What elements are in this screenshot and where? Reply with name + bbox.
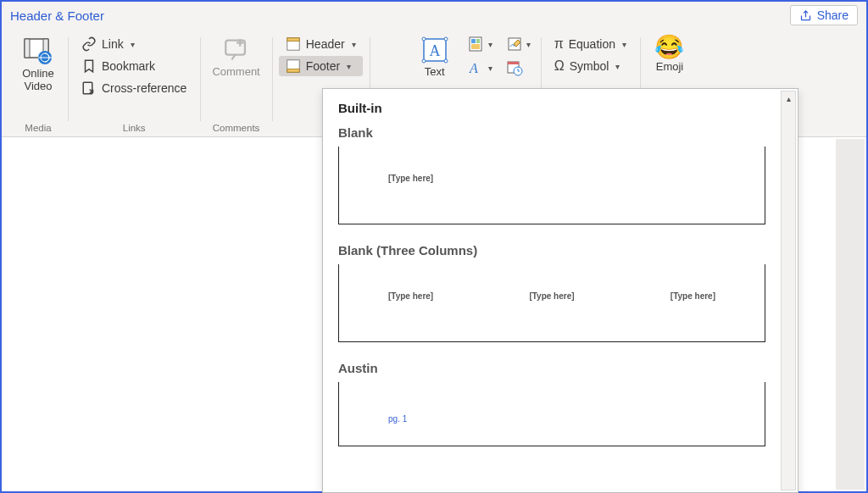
gallery-section-title: Built-in xyxy=(338,101,765,115)
gallery-item-title: Blank (Three Columns) xyxy=(338,243,765,258)
link-button[interactable]: Link ▾ xyxy=(75,34,193,54)
comment-label: Comment xyxy=(212,66,259,79)
chevron-down-icon: ▾ xyxy=(526,40,531,49)
svg-rect-10 xyxy=(287,38,299,42)
svg-point-15 xyxy=(422,37,426,41)
bookmark-icon xyxy=(81,58,97,74)
footer-icon xyxy=(286,58,301,74)
date-time-button[interactable] xyxy=(503,58,534,78)
link-icon xyxy=(81,36,97,52)
placeholder-text: [Type here] xyxy=(388,291,433,301)
header-button[interactable]: Header ▾ xyxy=(279,34,363,54)
comment-icon xyxy=(222,36,251,64)
group-links: Link ▾ Bookmark xyxy=(68,32,200,136)
cross-reference-label: Cross-reference xyxy=(102,81,186,95)
chevron-down-icon: ▾ xyxy=(488,40,492,49)
quick-parts-icon xyxy=(468,36,485,53)
placeholder-text: [Type here] xyxy=(388,174,433,183)
equation-label: Equation xyxy=(569,37,615,51)
footer-template-three-columns[interactable]: [Type here] [Type here] [Type here] xyxy=(338,264,765,342)
text-box-label: Text xyxy=(425,66,445,79)
group-links-label: Links xyxy=(123,121,146,136)
emoji-icon: 😂 xyxy=(654,36,684,59)
footer-template-blank[interactable]: [Type here] xyxy=(338,147,765,224)
svg-text:A: A xyxy=(429,42,440,59)
chevron-down-icon: ▾ xyxy=(615,62,620,71)
chevron-down-icon: ▾ xyxy=(352,40,356,49)
footer-gallery-dropdown: ▴ Built-in Blank [Type here] Blank (Thre… xyxy=(322,88,798,493)
online-video-icon xyxy=(23,36,53,66)
header-icon xyxy=(286,36,301,52)
svg-rect-21 xyxy=(476,39,480,43)
gallery-item-title: Austin xyxy=(338,361,765,375)
text-box-icon: A xyxy=(420,36,449,64)
placeholder-text: [Type here] xyxy=(670,291,715,301)
header-label: Header xyxy=(306,37,345,51)
scroll-up-icon[interactable]: ▴ xyxy=(782,91,795,105)
bookmark-button[interactable]: Bookmark xyxy=(75,56,193,76)
svg-point-16 xyxy=(444,37,448,41)
quick-parts-button[interactable]: ▾ xyxy=(465,34,496,54)
signature-line-button[interactable]: ▾ xyxy=(503,34,534,54)
cross-reference-icon xyxy=(81,80,97,96)
chevron-down-icon: ▾ xyxy=(347,62,351,71)
signature-icon xyxy=(506,36,523,53)
chevron-down-icon: ▾ xyxy=(622,40,626,49)
symbol-label: Symbol xyxy=(570,59,609,73)
scrollbar[interactable]: ▴ xyxy=(781,91,796,490)
chevron-down-icon: ▾ xyxy=(488,64,492,73)
svg-text:A: A xyxy=(469,61,478,75)
bookmark-label: Bookmark xyxy=(102,59,155,73)
footer-button[interactable]: Footer ▾ xyxy=(279,56,363,76)
chevron-down-icon: ▾ xyxy=(131,40,135,49)
svg-rect-12 xyxy=(287,69,299,73)
share-button[interactable]: Share xyxy=(790,5,858,25)
date-time-icon xyxy=(506,59,523,76)
wordart-button[interactable]: A ▾ xyxy=(465,58,496,78)
online-video-button[interactable]: Online Video xyxy=(15,34,61,95)
symbol-button[interactable]: Ω Symbol ▾ xyxy=(548,56,633,76)
group-comments-label: Comments xyxy=(213,121,260,136)
svg-point-17 xyxy=(422,59,426,63)
group-media-label: Media xyxy=(25,121,51,136)
share-icon xyxy=(799,9,812,22)
svg-rect-22 xyxy=(471,44,480,49)
equation-icon: π xyxy=(554,36,564,52)
equation-button[interactable]: π Equation ▾ xyxy=(548,34,633,54)
svg-rect-26 xyxy=(508,62,519,64)
gallery-item-title: Blank xyxy=(338,125,765,140)
group-media: Online Video Media xyxy=(8,32,68,136)
emoji-label: Emoji xyxy=(656,61,684,74)
text-box-button[interactable]: A Text xyxy=(412,34,458,80)
link-label: Link xyxy=(102,37,124,51)
footer-label: Footer xyxy=(306,59,340,73)
wordart-icon: A xyxy=(468,59,485,76)
cross-reference-button[interactable]: Cross-reference xyxy=(75,78,193,98)
svg-rect-1 xyxy=(25,39,30,58)
emoji-button[interactable]: 😂 Emoji xyxy=(647,34,693,75)
footer-template-austin[interactable]: pg. 1 xyxy=(338,382,765,446)
online-video-label: Online Video xyxy=(22,68,54,93)
comment-button[interactable]: Comment xyxy=(207,34,264,80)
share-button-label: Share xyxy=(817,8,849,22)
symbol-icon: Ω xyxy=(554,58,565,74)
page-number-text: pg. 1 xyxy=(388,414,407,424)
placeholder-text: [Type here] xyxy=(529,291,574,301)
group-comments: Comment Comments xyxy=(200,32,271,136)
svg-rect-20 xyxy=(471,39,476,43)
svg-point-18 xyxy=(444,59,448,63)
app-title: Header & Footer xyxy=(10,8,104,23)
